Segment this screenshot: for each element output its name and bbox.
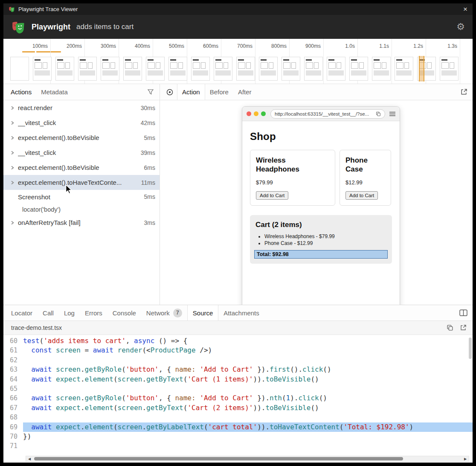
timeline-thumbnail[interactable] [55, 57, 74, 81]
thumb-sketch [382, 62, 386, 69]
scroll-right-arrow-icon[interactable]: ▶ [462, 457, 469, 461]
action-item[interactable]: Screenshot5ms [3, 190, 160, 204]
thumb-sketch [450, 62, 454, 69]
timeline-thumbnail[interactable] [146, 57, 165, 81]
action-item[interactable]: expect.element().toBeVisible6ms [3, 160, 160, 175]
pick-locator-icon[interactable] [166, 88, 174, 96]
copy-source-icon[interactable] [447, 324, 453, 331]
tab-call[interactable]: Call [38, 305, 59, 320]
tab-metadata[interactable]: Metadata [36, 84, 73, 100]
source-code[interactable]: 60test('adds items to cart', async () =>… [3, 335, 473, 455]
chevron-right-icon[interactable] [10, 221, 18, 225]
timeline-thumbnail[interactable] [372, 57, 391, 81]
code-token: getByLabelText [146, 423, 204, 431]
filter-icon[interactable] [148, 89, 154, 95]
action-item[interactable]: expect.element().toBeVisible5ms [3, 130, 160, 145]
timeline-thumbnail[interactable] [33, 57, 52, 81]
chevron-right-icon[interactable] [10, 151, 18, 155]
timeline-thumbnail[interactable] [304, 57, 323, 81]
timeline-thumbnail[interactable] [440, 57, 459, 81]
trace-viewer-window: Playwright Trace Viewer × Playwright add… [3, 3, 473, 463]
open-source-external-icon[interactable] [460, 324, 467, 331]
code-token: 'button' [126, 365, 159, 373]
action-duration: 11ms [141, 179, 155, 186]
vertical-scrollbar-thumb[interactable] [469, 338, 472, 359]
action-item[interactable]: expect.element().toHaveTextConte...11ms [3, 175, 160, 190]
source-line: 70}) [3, 432, 473, 441]
timeline-thumbnail[interactable] [395, 57, 413, 81]
hscroll-track[interactable]: ◀ ▶ [26, 456, 469, 462]
timeline-thumbnail[interactable] [168, 57, 187, 81]
address-bar[interactable]: http://localhost:63315/__vitest_test__/?… [270, 109, 385, 119]
tab-actions[interactable]: Actions [6, 84, 36, 100]
thumb-sketch [328, 62, 344, 69]
chevron-right-icon[interactable] [10, 106, 18, 110]
chevron-right-icon[interactable] [10, 121, 18, 125]
timeline-thumbnail[interactable] [78, 57, 97, 81]
timeline-thumbnail[interactable] [259, 57, 278, 81]
code-token [52, 346, 56, 354]
close-icon[interactable]: × [463, 6, 467, 13]
open-snapshot-external-icon[interactable] [460, 88, 467, 96]
code-token [196, 394, 200, 402]
thumb-sketch [170, 62, 177, 69]
tab-attachments[interactable]: Attachments [218, 305, 264, 320]
code-token: name: [175, 365, 195, 373]
copy-url-icon[interactable] [376, 111, 381, 116]
timeline[interactable]: 100ms200ms300ms400ms500ms600ms700ms800ms… [3, 39, 473, 84]
line-number: 70 [3, 432, 23, 441]
code-token: toBeVisible [265, 375, 311, 383]
code-token [23, 404, 31, 412]
timeline-thumbnail[interactable] [349, 57, 368, 81]
code-token: ( [183, 404, 188, 412]
tab-errors[interactable]: Errors [80, 305, 107, 320]
add-to-cart-button[interactable]: Add to Cart [345, 191, 378, 200]
add-to-cart-button[interactable]: Add to Cart [256, 191, 288, 200]
action-item[interactable]: onAfterRetryTask [fail]3ms [3, 215, 160, 230]
code-token: getByText [146, 404, 183, 412]
timeline-thumbnail[interactable] [282, 57, 300, 81]
timeline-thumbnail[interactable] [191, 57, 210, 81]
tab-source[interactable]: Source [187, 305, 219, 320]
action-item[interactable]: __vitest_click39ms [3, 145, 160, 160]
thumb-sketch [193, 62, 200, 69]
timeline-thumbnail[interactable] [123, 57, 142, 81]
timeline-thumbnail[interactable] [101, 57, 119, 81]
browser-menu-icon[interactable] [389, 111, 395, 116]
action-item[interactable]: __vitest_click42ms [3, 115, 160, 130]
chevron-right-icon[interactable] [10, 181, 18, 185]
tab-console[interactable]: Console [107, 305, 141, 320]
code-token: (< [142, 346, 150, 354]
tab-action[interactable]: Action [177, 84, 205, 100]
code-token: () [319, 394, 327, 402]
tab-network[interactable]: Network7 [141, 305, 187, 320]
tab-before[interactable]: Before [205, 84, 233, 100]
code-token: ( [183, 375, 188, 383]
thumb-sketch [148, 62, 155, 69]
timeline-thumbnail[interactable] [236, 57, 255, 81]
tab-log[interactable]: Log [59, 305, 80, 320]
chevron-right-icon[interactable] [10, 136, 18, 140]
tab-locator[interactable]: Locator [6, 305, 38, 320]
timeline-gridline [255, 39, 255, 84]
timeline-thumbnail[interactable] [327, 57, 345, 81]
action-item[interactable]: react.render30ms [3, 100, 160, 115]
window-title: Playwright Trace Viewer [18, 6, 78, 12]
thumb-sketch [57, 62, 73, 69]
timeline-thumbnail[interactable] [214, 57, 232, 81]
layout-columns-icon[interactable] [459, 309, 467, 316]
timeline-thumbnail[interactable] [10, 57, 29, 81]
settings-gear-icon[interactable]: ⚙ [456, 22, 465, 32]
tab-after[interactable]: After [233, 84, 256, 100]
code-token [196, 365, 200, 373]
scroll-left-arrow-icon[interactable]: ◀ [26, 457, 33, 461]
hscroll-thumb[interactable] [34, 457, 403, 460]
timeline-selection-marker[interactable] [419, 56, 424, 82]
timeline-tick-label: 500ms [157, 43, 184, 49]
timeline-action-bar [36, 51, 61, 52]
thumb-sketch [35, 70, 50, 76]
timeline-tick-label: 600ms [191, 43, 218, 49]
chevron-right-icon[interactable] [10, 166, 18, 170]
code-token: await [31, 404, 52, 412]
code-token: ( [282, 394, 286, 402]
